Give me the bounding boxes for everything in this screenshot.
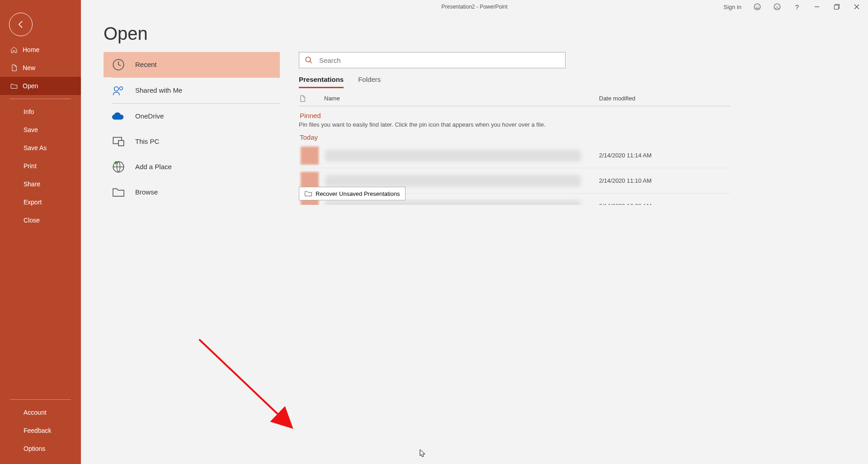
location-label: Browse — [135, 188, 158, 196]
sidebar-item-info[interactable]: Info — [0, 103, 81, 121]
sign-in-link[interactable]: Sign in — [723, 4, 741, 10]
file-date: 2/14/2020 11:10 AM — [599, 177, 730, 184]
tab-presentations[interactable]: Presentations — [299, 74, 344, 88]
svg-point-1 — [756, 6, 757, 7]
new-doc-icon — [10, 64, 18, 72]
folder-open-icon — [10, 82, 18, 90]
face-smile-icon[interactable] — [750, 0, 764, 14]
sidebar-item-share[interactable]: Share — [0, 175, 81, 193]
folder-icon — [112, 185, 125, 199]
restore-button[interactable] — [830, 0, 844, 14]
minimize-button[interactable] — [810, 0, 824, 14]
title-bar: Presentation2 - PowerPoint Sign in ? — [81, 0, 868, 14]
open-locations-list: Recent Shared with Me OneDri — [104, 52, 280, 205]
location-onedrive[interactable]: OneDrive — [104, 104, 280, 129]
tab-folders[interactable]: Folders — [358, 74, 381, 88]
sidebar-item-feedback[interactable]: Feedback — [0, 421, 81, 440]
column-headers: Name Date modified — [299, 91, 730, 106]
sidebar-item-export[interactable]: Export — [0, 193, 81, 211]
svg-rect-12 — [118, 140, 124, 146]
location-recent[interactable]: Recent — [104, 52, 280, 77]
clock-icon — [112, 58, 125, 71]
svg-point-5 — [778, 6, 779, 7]
svg-point-10 — [119, 86, 123, 90]
page-title: Open — [104, 24, 751, 44]
location-label: Recent — [135, 61, 157, 68]
file-row[interactable]: 2/14/2020 11:14 AM — [299, 143, 730, 168]
sidebar-item-label: Open — [23, 82, 38, 90]
svg-point-4 — [776, 6, 777, 7]
section-pinned-hint: Pin files you want to easily find later.… — [299, 121, 730, 128]
sidebar-item-label: Home — [23, 46, 39, 53]
sidebar-item-options[interactable]: Options — [0, 440, 81, 458]
main-area: Presentation2 - PowerPoint Sign in ? Ope… — [81, 0, 868, 464]
recover-unsaved-label: Recover Unsaved Presentations — [316, 190, 400, 197]
svg-point-0 — [754, 4, 760, 10]
svg-rect-7 — [835, 5, 839, 9]
column-date-modified[interactable]: Date modified — [599, 95, 730, 102]
column-name[interactable]: Name — [324, 95, 599, 102]
location-label: Add a Place — [135, 163, 172, 170]
svg-point-2 — [758, 6, 759, 7]
file-date: 2/14/2020 11:14 AM — [599, 152, 730, 159]
sidebar-item-save[interactable]: Save — [0, 121, 81, 139]
sidebar-item-close[interactable]: Close — [0, 211, 81, 229]
onedrive-icon — [112, 109, 125, 123]
sidebar-separator — [10, 399, 71, 400]
close-button[interactable] — [850, 0, 863, 14]
sidebar-item-account[interactable]: Account — [0, 403, 81, 421]
backstage-sidebar: Home New Open Info Save Save As Print Sh… — [0, 0, 81, 464]
sidebar-item-home[interactable]: Home — [0, 41, 81, 59]
file-tabs: Presentations Folders — [299, 74, 733, 88]
file-thumbnail — [301, 147, 319, 165]
location-label: Shared with Me — [135, 86, 182, 94]
location-label: This PC — [135, 137, 159, 145]
location-add-a-place[interactable]: Add a Place — [104, 154, 280, 180]
location-shared-with-me[interactable]: Shared with Me — [104, 78, 280, 103]
home-icon — [10, 46, 18, 54]
sidebar-item-new[interactable]: New — [0, 59, 81, 77]
svg-point-9 — [114, 86, 118, 90]
file-date: 2/14/2020 10:32 AM — [599, 203, 730, 205]
back-button[interactable] — [9, 13, 33, 36]
file-name-redacted — [325, 200, 581, 205]
location-this-pc[interactable]: This PC — [104, 129, 280, 154]
this-pc-icon — [112, 135, 125, 148]
search-input[interactable] — [319, 57, 560, 64]
sidebar-item-label: New — [23, 64, 35, 71]
people-icon — [112, 84, 125, 97]
arrow-left-icon — [16, 20, 25, 29]
section-pinned-title: Pinned — [300, 112, 730, 119]
sidebar-item-open[interactable]: Open — [0, 77, 81, 95]
face-sad-icon[interactable] — [770, 0, 784, 14]
file-type-icon — [299, 95, 324, 103]
recover-unsaved-button[interactable]: Recover Unsaved Presentations — [299, 187, 406, 200]
sidebar-item-save-as[interactable]: Save As — [0, 139, 81, 157]
search-icon — [305, 56, 313, 64]
location-browse[interactable]: Browse — [104, 180, 280, 205]
recent-files-panel: Presentations Folders Name Date modified — [299, 52, 751, 205]
add-place-icon — [112, 160, 125, 174]
sidebar-separator — [10, 99, 71, 99]
sidebar-item-print[interactable]: Print — [0, 157, 81, 175]
file-name-redacted — [325, 175, 581, 187]
location-label: OneDrive — [135, 112, 164, 120]
svg-point-3 — [774, 4, 780, 10]
section-today-title: Today — [300, 133, 730, 141]
file-name-redacted — [325, 150, 581, 161]
help-icon[interactable]: ? — [790, 0, 804, 14]
folder-open-icon — [305, 190, 312, 197]
search-box[interactable] — [299, 52, 566, 68]
